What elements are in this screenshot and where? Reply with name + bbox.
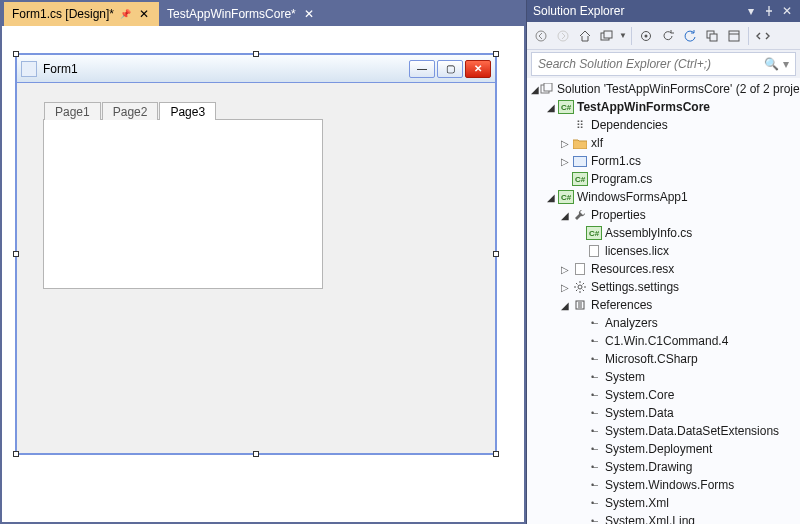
resize-handle-icon[interactable] bbox=[13, 251, 19, 257]
assembly-icon: •– bbox=[586, 316, 602, 330]
designer-pane: Form1.cs [Design]*📌✕TestAppWinFormsCore*… bbox=[0, 0, 526, 524]
document-tab[interactable]: TestAppWinFormsCore*✕ bbox=[159, 2, 324, 26]
panel-header[interactable]: Solution Explorer ▾ ✕ bbox=[527, 0, 800, 22]
pin-icon[interactable]: 📌 bbox=[120, 9, 131, 19]
search-dropdown-icon[interactable]: ▾ bbox=[783, 57, 789, 71]
close-button[interactable]: ✕ bbox=[465, 60, 491, 78]
tree-node[interactable]: ▷xlf bbox=[527, 134, 800, 152]
search-input[interactable] bbox=[538, 57, 764, 71]
expander-closed-icon[interactable]: ▷ bbox=[559, 156, 571, 167]
tree-node[interactable]: ▷Form1.cs bbox=[527, 152, 800, 170]
close-tab-icon[interactable]: ✕ bbox=[302, 8, 316, 20]
form-window[interactable]: Form1 — ▢ ✕ Page1Page2Page3 bbox=[16, 54, 496, 454]
resize-handle-icon[interactable] bbox=[13, 51, 19, 57]
expander-closed-icon[interactable]: ▷ bbox=[559, 138, 571, 149]
tree-node-label: References bbox=[591, 298, 652, 312]
tree-node[interactable]: ▷licenses.licx bbox=[527, 242, 800, 260]
tree-node[interactable]: ▷Resources.resx bbox=[527, 260, 800, 278]
sync-icon[interactable] bbox=[636, 26, 656, 46]
close-tab-icon[interactable]: ✕ bbox=[137, 8, 151, 20]
assembly-icon: •– bbox=[586, 514, 602, 524]
back-button[interactable] bbox=[531, 26, 551, 46]
tree-node[interactable]: ▷•–System.Core bbox=[527, 386, 800, 404]
svg-rect-8 bbox=[729, 31, 739, 41]
tree-node[interactable]: ▷•–System.Drawing bbox=[527, 458, 800, 476]
tree-node[interactable]: ◢Solution 'TestAppWinFormsCore' (2 of 2 … bbox=[527, 80, 800, 98]
window-buttons: — ▢ ✕ bbox=[409, 60, 491, 78]
assembly-icon: •– bbox=[586, 406, 602, 420]
resize-handle-icon[interactable] bbox=[493, 51, 499, 57]
tree-node[interactable]: ◢References bbox=[527, 296, 800, 314]
design-surface[interactable]: Form1 — ▢ ✕ Page1Page2Page3 bbox=[2, 26, 524, 522]
tree-node-label: System.Core bbox=[605, 388, 674, 402]
solution-icon bbox=[540, 82, 554, 96]
tab-page-header[interactable]: Page3 bbox=[159, 102, 216, 120]
tree-node-label: System.Drawing bbox=[605, 460, 692, 474]
maximize-button[interactable]: ▢ bbox=[437, 60, 463, 78]
tab-headers: Page1Page2Page3 bbox=[44, 102, 322, 120]
resize-handle-icon[interactable] bbox=[493, 251, 499, 257]
expander-open-icon[interactable]: ◢ bbox=[559, 300, 571, 311]
tree-node[interactable]: ▷•–System.Data bbox=[527, 404, 800, 422]
references-icon bbox=[572, 298, 588, 312]
tree-node-label: Dependencies bbox=[591, 118, 668, 132]
view-code-icon[interactable] bbox=[753, 26, 773, 46]
tree-node[interactable]: ▷•–System.Data.DataSetExtensions bbox=[527, 422, 800, 440]
expander-closed-icon[interactable]: ▷ bbox=[559, 264, 571, 275]
home-icon[interactable] bbox=[575, 26, 595, 46]
tree-node[interactable]: ▷•–Analyzers bbox=[527, 314, 800, 332]
pin-icon[interactable] bbox=[762, 4, 776, 18]
csharp-icon: C# bbox=[572, 172, 588, 186]
minimize-button[interactable]: — bbox=[409, 60, 435, 78]
tree-node[interactable]: ◢C#WindowsFormsApp1 bbox=[527, 188, 800, 206]
expander-open-icon[interactable]: ◢ bbox=[559, 210, 571, 221]
tab-control[interactable]: Page1Page2Page3 bbox=[43, 119, 323, 289]
tree-node[interactable]: ◢C#TestAppWinFormsCore bbox=[527, 98, 800, 116]
resize-handle-icon[interactable] bbox=[493, 451, 499, 457]
tree-node[interactable]: ▷•–System.Deployment bbox=[527, 440, 800, 458]
solution-explorer-panel: Solution Explorer ▾ ✕ ▼ bbox=[526, 0, 800, 524]
tree-node-label: C1.Win.C1Command.4 bbox=[605, 334, 728, 348]
tree-node[interactable]: ▷•–System bbox=[527, 368, 800, 386]
undo-icon[interactable] bbox=[658, 26, 678, 46]
expander-open-icon[interactable]: ◢ bbox=[545, 192, 557, 203]
solution-filter-icon[interactable] bbox=[597, 26, 617, 46]
tree-node[interactable]: ▷•–Microsoft.CSharp bbox=[527, 350, 800, 368]
assembly-icon: •– bbox=[586, 460, 602, 474]
show-all-files-icon[interactable] bbox=[724, 26, 744, 46]
tree-node[interactable]: ▷•–System.Xml bbox=[527, 494, 800, 512]
refresh-icon[interactable] bbox=[680, 26, 700, 46]
tree-node[interactable]: ▷C#Program.cs bbox=[527, 170, 800, 188]
separator-icon bbox=[748, 27, 749, 45]
resize-handle-icon[interactable] bbox=[13, 451, 19, 457]
forward-button[interactable] bbox=[553, 26, 573, 46]
assembly-icon: •– bbox=[586, 370, 602, 384]
tree-node[interactable]: ▷•–System.Windows.Forms bbox=[527, 476, 800, 494]
search-box[interactable]: 🔍 ▾ bbox=[531, 52, 796, 76]
tree-node[interactable]: ▷C#AssemblyInfo.cs bbox=[527, 224, 800, 242]
expander-open-icon[interactable]: ◢ bbox=[531, 84, 539, 95]
tree-node[interactable]: ▷⠿Dependencies bbox=[527, 116, 800, 134]
form-app-icon bbox=[21, 61, 37, 77]
collapse-all-icon[interactable] bbox=[702, 26, 722, 46]
search-icon[interactable]: 🔍 bbox=[764, 57, 779, 71]
resize-handle-icon[interactable] bbox=[253, 51, 259, 57]
tab-page-header[interactable]: Page2 bbox=[102, 102, 159, 120]
document-tab-label: TestAppWinFormsCore* bbox=[167, 7, 296, 21]
expander-closed-icon[interactable]: ▷ bbox=[559, 282, 571, 293]
expander-open-icon[interactable]: ◢ bbox=[545, 102, 557, 113]
document-tab[interactable]: Form1.cs [Design]*📌✕ bbox=[4, 2, 159, 26]
resize-handle-icon[interactable] bbox=[253, 451, 259, 457]
tree-node-label: System.Xml.Linq bbox=[605, 514, 695, 524]
tree-node[interactable]: ▷•–System.Xml.Linq bbox=[527, 512, 800, 524]
tree-node-label: Solution 'TestAppWinFormsCore' (2 of 2 p… bbox=[557, 82, 800, 96]
tree-node[interactable]: ▷•–C1.Win.C1Command.4 bbox=[527, 332, 800, 350]
assembly-icon: •– bbox=[586, 334, 602, 348]
close-panel-icon[interactable]: ✕ bbox=[780, 4, 794, 18]
file-icon bbox=[572, 262, 588, 276]
tree-node[interactable]: ◢Properties bbox=[527, 206, 800, 224]
tab-page-header[interactable]: Page1 bbox=[44, 102, 101, 120]
tree-node[interactable]: ▷Settings.settings bbox=[527, 278, 800, 296]
solution-tree[interactable]: ◢Solution 'TestAppWinFormsCore' (2 of 2 … bbox=[527, 78, 800, 524]
dropdown-icon[interactable]: ▾ bbox=[744, 4, 758, 18]
